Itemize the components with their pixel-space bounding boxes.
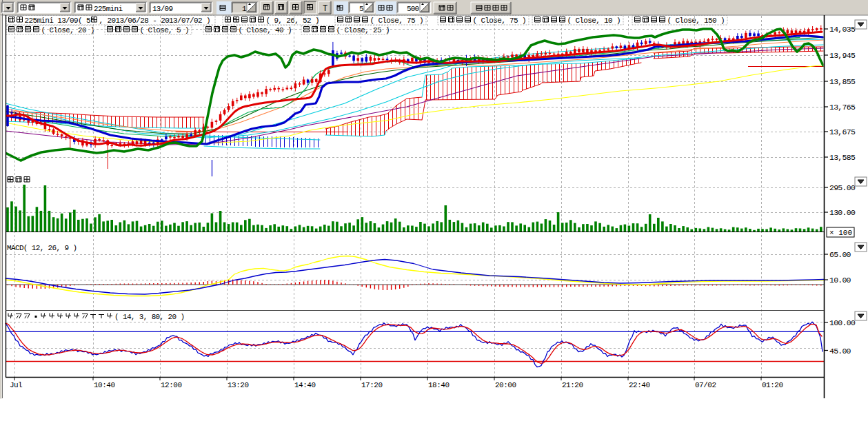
svg-text:45.00: 45.00 bbox=[829, 347, 851, 356]
svg-text:12:00: 12:00 bbox=[161, 381, 182, 389]
svg-text:13:20: 13:20 bbox=[228, 381, 249, 389]
svg-text:100.00: 100.00 bbox=[829, 318, 856, 327]
svg-text:( Close, 40 ): ( Close, 40 ) bbox=[239, 26, 292, 34]
svg-text:, 2013/06/28 - 2013/07/02 ): , 2013/06/28 - 2013/07/02 ) bbox=[99, 17, 211, 25]
svg-text:( 9, 26, 52 ): ( 9, 26, 52 ) bbox=[266, 17, 320, 25]
svg-text:295.00: 295.00 bbox=[829, 183, 856, 192]
svg-text:65.00: 65.00 bbox=[829, 250, 851, 259]
svg-text:13,765: 13,765 bbox=[829, 103, 856, 112]
svg-text:( 14, 3, 80, 20 ): ( 14, 3, 80, 20 ) bbox=[114, 313, 185, 321]
svg-text:20:00: 20:00 bbox=[495, 381, 516, 389]
svg-text:10:40: 10:40 bbox=[94, 381, 115, 389]
svg-text:21:20: 21:20 bbox=[562, 381, 583, 389]
svg-text:( Close, 75 ): ( Close, 75 ) bbox=[370, 17, 424, 25]
svg-text:130.00: 130.00 bbox=[829, 208, 856, 217]
svg-text:( Close, 5 ): ( Close, 5 ) bbox=[140, 26, 190, 34]
svg-text:225mini: 225mini bbox=[94, 5, 123, 13]
svg-text:× 100: × 100 bbox=[829, 229, 852, 237]
svg-text:1: 1 bbox=[242, 5, 247, 13]
svg-text:225mini 13/09( 5: 225mini 13/09( 5 bbox=[25, 17, 91, 25]
svg-text:500: 500 bbox=[407, 5, 419, 13]
svg-text:T: T bbox=[323, 4, 327, 14]
svg-text:10.00: 10.00 bbox=[829, 276, 851, 285]
svg-text:13/09: 13/09 bbox=[152, 5, 173, 13]
svg-text:Jul: Jul bbox=[10, 381, 23, 389]
svg-text:18:40: 18:40 bbox=[428, 381, 450, 389]
svg-text:5: 5 bbox=[359, 5, 364, 13]
svg-text:13,675: 13,675 bbox=[829, 127, 856, 136]
svg-text:01:20: 01:20 bbox=[762, 381, 783, 389]
svg-text:13,855: 13,855 bbox=[829, 77, 856, 86]
svg-text:( Close, 75 ): ( Close, 75 ) bbox=[473, 17, 527, 25]
svg-text:22:40: 22:40 bbox=[629, 381, 650, 389]
svg-text:13,585: 13,585 bbox=[829, 153, 856, 162]
svg-text:( Close, 150 ): ( Close, 150 ) bbox=[667, 17, 725, 25]
svg-text:( Close, 20 ): ( Close, 20 ) bbox=[41, 26, 95, 34]
svg-text:14:40: 14:40 bbox=[294, 381, 316, 389]
svg-text:13,945: 13,945 bbox=[829, 51, 856, 60]
svg-text:07/02: 07/02 bbox=[695, 381, 716, 389]
svg-text:MACD( 12, 26, 9 ): MACD( 12, 26, 9 ) bbox=[7, 244, 77, 252]
svg-text:17:20: 17:20 bbox=[361, 381, 383, 389]
svg-text:14,035: 14,035 bbox=[829, 25, 856, 34]
svg-text:( Close, 10 ): ( Close, 10 ) bbox=[567, 17, 621, 25]
svg-text:( Close, 25 ): ( Close, 25 ) bbox=[336, 26, 390, 34]
